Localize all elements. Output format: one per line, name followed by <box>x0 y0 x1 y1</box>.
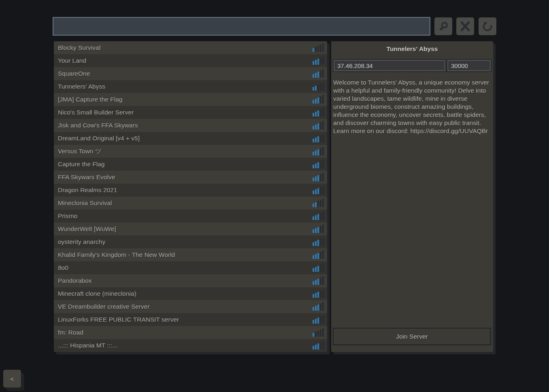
ping-bars-icon <box>313 237 324 246</box>
server-title: Tunnelers' Abyss <box>331 45 493 53</box>
server-description: Welcome to Tunnelers' Abyss, a unique ec… <box>333 78 492 135</box>
server-row[interactable]: oysterity anarchy <box>54 235 327 248</box>
ping-bars-icon <box>313 43 324 52</box>
ping-bars-icon <box>313 147 324 156</box>
server-row[interactable]: ...::: Hispania MT :::... <box>54 339 327 352</box>
ping-bars-icon <box>313 263 324 272</box>
server-name: Minecraft clone (mineclonia) <box>58 290 136 297</box>
server-name: Prismo <box>58 212 77 220</box>
server-row[interactable]: Blocky Survival <box>54 41 327 54</box>
ping-bars-icon <box>313 225 324 233</box>
server-name: VE Dreambuilder creative Server <box>58 303 150 310</box>
ping-bars-icon <box>313 82 324 91</box>
server-name: oysterity anarchy <box>58 238 105 246</box>
server-name: [JMA] Capture the Flag <box>58 96 122 103</box>
ping-bars-icon <box>313 315 324 324</box>
server-row[interactable]: Versus Town ツ <box>54 145 327 158</box>
server-row[interactable]: Tunnelers' Abyss <box>54 80 327 93</box>
server-name: Capture the Flag <box>58 161 104 168</box>
ping-bars-icon <box>313 186 324 195</box>
server-name: LinuxForks FREE PUBLIC TRANSIT server <box>58 316 179 323</box>
back-button[interactable]: < <box>3 370 21 388</box>
server-name: ...::: Hispania MT :::... <box>58 342 117 349</box>
ping-bars-icon <box>313 69 324 78</box>
server-row[interactable]: Capture the Flag <box>54 158 327 171</box>
close-icon <box>460 21 471 32</box>
server-list: Blocky SurvivalYour LandSquareOneTunnele… <box>54 41 327 352</box>
server-browser-screen: Blocky SurvivalYour LandSquareOneTunnele… <box>0 0 549 392</box>
server-name: Blocky Survival <box>58 44 100 51</box>
server-name: SquareOne <box>58 70 90 77</box>
refresh-button[interactable] <box>479 17 496 35</box>
server-name: Versus Town ツ <box>58 147 102 156</box>
server-row[interactable]: DreamLand Original [v4 + v5] <box>54 132 327 145</box>
join-server-button[interactable]: Join Server <box>333 328 491 345</box>
search-button[interactable] <box>434 17 452 35</box>
server-row[interactable]: Jisk and Cow's FFA Skywars <box>54 119 327 132</box>
server-name: Mineclonia Survival <box>58 199 112 207</box>
server-name: 8o0 <box>58 264 68 271</box>
server-name: Pandorabox <box>58 277 92 284</box>
ping-bars-icon <box>313 173 324 182</box>
ping-bars-icon <box>313 108 324 117</box>
ping-bars-icon <box>313 121 324 130</box>
server-name: Your Land <box>58 57 86 64</box>
server-name: WunderWelt [WuWe] <box>58 225 116 233</box>
server-name: fm: Road <box>58 329 83 336</box>
server-name: Dragon Realms 2021 <box>58 186 117 194</box>
server-details-panel: Tunnelers' Abyss Welcome to Tunnelers' A… <box>331 41 493 352</box>
server-name: DreamLand Original [v4 + v5] <box>58 135 140 142</box>
server-name: Tunnelers' Abyss <box>58 83 105 90</box>
ping-bars-icon <box>313 56 324 65</box>
server-row[interactable]: Prismo <box>54 210 327 222</box>
server-row[interactable]: LinuxForks FREE PUBLIC TRANSIT server <box>54 313 327 326</box>
address-field[interactable] <box>334 60 445 71</box>
ping-bars-icon <box>313 250 324 259</box>
clear-search-button[interactable] <box>456 17 474 35</box>
port-field[interactable] <box>447 60 491 71</box>
server-row[interactable]: SquareOne <box>54 67 327 80</box>
ping-bars-icon <box>313 341 324 350</box>
server-row[interactable]: Dragon Realms 2021 <box>54 184 327 197</box>
search-input[interactable] <box>53 17 430 36</box>
refresh-icon <box>482 21 493 32</box>
server-row[interactable]: Nico's Small Builder Server <box>54 106 327 119</box>
server-row[interactable]: fm: Road <box>54 326 327 339</box>
server-row[interactable]: WunderWelt [WuWe] <box>54 222 327 235</box>
server-row[interactable]: Your Land <box>54 54 327 67</box>
server-row[interactable]: Pandorabox <box>54 274 327 287</box>
search-icon <box>438 21 449 32</box>
server-name: FFA Skywars Evolve <box>58 174 115 181</box>
ping-bars-icon <box>313 212 324 220</box>
ping-bars-icon <box>313 289 324 298</box>
server-row[interactable]: Minecraft clone (mineclonia) <box>54 287 327 300</box>
ping-bars-icon <box>313 95 324 104</box>
ping-bars-icon <box>313 276 324 285</box>
server-row[interactable]: FFA Skywars Evolve <box>54 171 327 184</box>
ping-bars-icon <box>313 199 324 208</box>
ping-bars-icon <box>313 302 324 311</box>
server-name: Jisk and Cow's FFA Skywars <box>58 122 138 129</box>
server-row[interactable]: Khalid Family's Kingdom - The New World <box>54 248 327 261</box>
server-name: Khalid Family's Kingdom - The New World <box>58 251 175 259</box>
server-row[interactable]: VE Dreambuilder creative Server <box>54 300 327 313</box>
server-row[interactable]: Mineclonia Survival <box>54 197 327 210</box>
server-row[interactable]: [JMA] Capture the Flag <box>54 93 327 106</box>
server-row[interactable]: 8o0 <box>54 261 327 274</box>
ping-bars-icon <box>313 328 324 337</box>
ping-bars-icon <box>313 160 324 169</box>
ping-bars-icon <box>313 134 324 143</box>
server-name: Nico's Small Builder Server <box>58 109 134 116</box>
